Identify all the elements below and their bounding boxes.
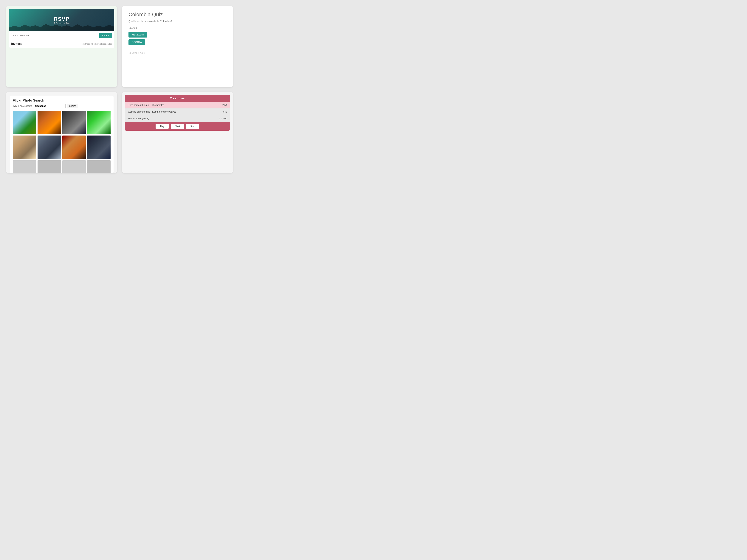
track-3-duration: 2:23:00 — [219, 117, 227, 120]
next-button[interactable]: Next — [171, 124, 184, 129]
quiz-pagination: Question 1 sur 3 — [128, 52, 145, 54]
track-3-title: Man of Steel (2013) — [128, 117, 149, 120]
track-1-title: Here comes the sun - The beatles — [128, 104, 164, 106]
rsvp-header-row: Invitees Hide those who haven't responde… — [11, 42, 112, 46]
photo-9 — [13, 160, 36, 173]
quiz-card: Colombia Quiz Quelle est la capitale de … — [122, 6, 233, 87]
flickr-title: Flickr Photo Search — [13, 99, 110, 103]
answer2-button[interactable]: BOGOTA — [128, 39, 145, 45]
rsvp-form: Submit — [9, 31, 114, 40]
invitees-title: Invitees — [11, 42, 22, 46]
quiz-question: Quelle est la capitale de la Colombie? — [128, 20, 226, 23]
flickr-photo-grid — [13, 111, 110, 173]
search-label: Type a search term: — [13, 105, 32, 107]
photo-1 — [13, 111, 36, 134]
rsvp-card: RSVP A Treehouse App Submit Invitees Hid… — [6, 6, 117, 87]
photo-4 — [87, 111, 110, 134]
quiz-score: Score 0 — [128, 27, 226, 29]
photo-11 — [62, 160, 86, 173]
photo-6 — [37, 135, 61, 159]
quiz-title: Colombia Quiz — [128, 11, 226, 18]
search-button[interactable]: Search — [67, 104, 78, 108]
quiz-divider — [128, 49, 226, 49]
flickr-inner: Flickr Photo Search Type a search term: … — [10, 96, 113, 173]
track-2-duration: 3:43 — [223, 110, 227, 113]
track-1-duration: 2:54 — [223, 104, 227, 106]
treetunes-header: Treetunes — [125, 95, 230, 102]
search-input[interactable] — [34, 104, 66, 108]
treetunes-inner: Treetunes Here comes the sun - The beatl… — [125, 95, 230, 131]
photo-7 — [62, 135, 86, 159]
play-button[interactable]: Play — [156, 124, 169, 129]
submit-button[interactable]: Submit — [99, 33, 112, 38]
treetunes-card: Treetunes Here comes the sun - The beatl… — [122, 92, 233, 173]
treetunes-controls: Play Next Stop — [125, 122, 230, 131]
photo-10 — [37, 160, 61, 173]
rsvp-inner: RSVP A Treehouse App Submit Invitees Hid… — [9, 9, 114, 48]
invite-input[interactable] — [11, 33, 98, 38]
flickr-card: Flickr Photo Search Type a search term: … — [6, 92, 117, 173]
track-2[interactable]: Walking on sunshine - Katrina and the wa… — [125, 108, 230, 115]
photo-3 — [62, 111, 86, 134]
photo-5 — [13, 135, 36, 159]
track-1[interactable]: Here comes the sun - The beatles 2:54 — [125, 102, 230, 108]
rsvp-hero: RSVP A Treehouse App — [9, 9, 114, 31]
flickr-search-row: Type a search term: Search — [13, 104, 110, 108]
rsvp-body: Invitees Hide those who haven't responde… — [9, 40, 114, 48]
track-2-title: Walking on sunshine - Katrina and the wa… — [128, 110, 176, 113]
rsvp-subtitle: A Treehouse App — [54, 22, 70, 24]
stop-button[interactable]: Stop — [186, 124, 199, 129]
answer1-button[interactable]: MEDELLIN — [128, 32, 147, 37]
photo-8 — [87, 135, 110, 159]
hide-responded-label: Hide those who haven't responded — [80, 43, 112, 45]
photo-12 — [87, 160, 110, 173]
photo-2 — [37, 111, 61, 134]
rsvp-title: RSVP — [54, 16, 70, 22]
track-3[interactable]: Man of Steel (2013) 2:23:00 — [125, 115, 230, 122]
